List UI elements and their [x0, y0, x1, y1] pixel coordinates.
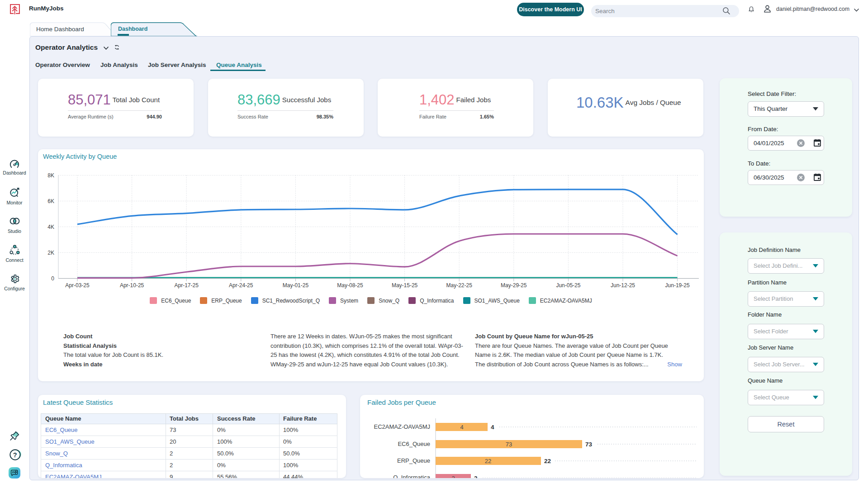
svg-text:0: 0: [51, 275, 54, 282]
svg-text:Jun-12-25: Jun-12-25: [611, 282, 635, 289]
svg-text:Apr-24-25: Apr-24-25: [229, 282, 253, 289]
svg-text:?: ?: [13, 451, 17, 459]
svg-text:May-29-25: May-29-25: [501, 282, 527, 289]
svg-text:Jun-05-25: Jun-05-25: [556, 282, 580, 289]
svg-text:May-22-25: May-22-25: [446, 282, 473, 289]
svg-text:4: 4: [460, 424, 463, 431]
svg-text:22: 22: [544, 458, 551, 464]
svg-text:May-08-25: May-08-25: [337, 282, 363, 289]
svg-text:2K: 2K: [47, 250, 54, 256]
svg-text:4: 4: [491, 424, 494, 431]
svg-text:8K: 8K: [47, 172, 54, 179]
svg-text:4K: 4K: [47, 224, 54, 230]
svg-text:22: 22: [485, 458, 491, 464]
svg-text:Apr-10-25: Apr-10-25: [120, 282, 144, 289]
svg-text:6K: 6K: [47, 198, 54, 204]
svg-text:Apr-17-25: Apr-17-25: [175, 282, 199, 289]
svg-text:73: 73: [506, 441, 512, 448]
svg-text:Q_Informatica: Q_Informatica: [393, 474, 430, 478]
svg-text:ERP_Queue: ERP_Queue: [397, 457, 430, 464]
svg-text:EC2AMAZ-OAVA5MJ: EC2AMAZ-OAVA5MJ: [374, 423, 430, 430]
svg-text:May-15-25: May-15-25: [392, 282, 418, 289]
svg-text:2: 2: [451, 475, 455, 479]
svg-text:Jun-19-25: Jun-19-25: [665, 282, 690, 289]
svg-text:EC6_Queue: EC6_Queue: [398, 441, 430, 447]
svg-text:73: 73: [585, 441, 593, 448]
svg-text:May-01-25: May-01-25: [283, 282, 309, 289]
svg-text:2: 2: [474, 475, 478, 478]
svg-text:Apr-03-25: Apr-03-25: [65, 282, 90, 289]
